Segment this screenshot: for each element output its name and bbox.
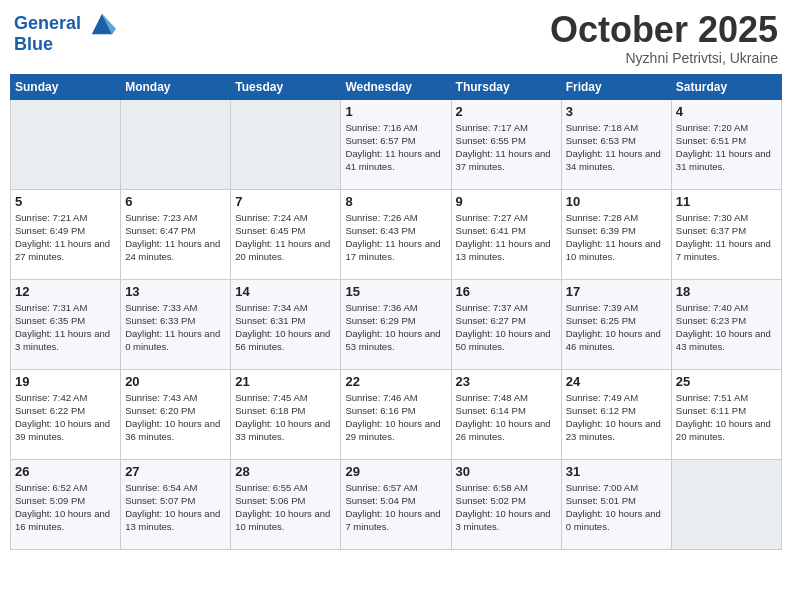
weekday-header-saturday: Saturday — [671, 74, 781, 99]
calendar-cell: 23Sunrise: 7:48 AM Sunset: 6:14 PM Dayli… — [451, 369, 561, 459]
weekday-header-thursday: Thursday — [451, 74, 561, 99]
day-info: Sunrise: 6:57 AM Sunset: 5:04 PM Dayligh… — [345, 481, 446, 534]
day-info: Sunrise: 7:20 AM Sunset: 6:51 PM Dayligh… — [676, 121, 777, 174]
logo: General Blue — [14, 10, 116, 55]
calendar-cell: 30Sunrise: 6:58 AM Sunset: 5:02 PM Dayli… — [451, 459, 561, 549]
day-info: Sunrise: 7:18 AM Sunset: 6:53 PM Dayligh… — [566, 121, 667, 174]
day-number: 9 — [456, 194, 557, 209]
day-number: 4 — [676, 104, 777, 119]
day-info: Sunrise: 7:40 AM Sunset: 6:23 PM Dayligh… — [676, 301, 777, 354]
month-title: October 2025 — [550, 10, 778, 50]
day-info: Sunrise: 6:54 AM Sunset: 5:07 PM Dayligh… — [125, 481, 226, 534]
day-info: Sunrise: 7:34 AM Sunset: 6:31 PM Dayligh… — [235, 301, 336, 354]
calendar-cell: 26Sunrise: 6:52 AM Sunset: 5:09 PM Dayli… — [11, 459, 121, 549]
calendar-cell: 28Sunrise: 6:55 AM Sunset: 5:06 PM Dayli… — [231, 459, 341, 549]
calendar-cell: 20Sunrise: 7:43 AM Sunset: 6:20 PM Dayli… — [121, 369, 231, 459]
calendar-table: SundayMondayTuesdayWednesdayThursdayFrid… — [10, 74, 782, 550]
day-number: 13 — [125, 284, 226, 299]
calendar-cell: 6Sunrise: 7:23 AM Sunset: 6:47 PM Daylig… — [121, 189, 231, 279]
day-info: Sunrise: 7:26 AM Sunset: 6:43 PM Dayligh… — [345, 211, 446, 264]
day-number: 26 — [15, 464, 116, 479]
calendar-cell: 3Sunrise: 7:18 AM Sunset: 6:53 PM Daylig… — [561, 99, 671, 189]
calendar-cell: 17Sunrise: 7:39 AM Sunset: 6:25 PM Dayli… — [561, 279, 671, 369]
calendar-cell — [11, 99, 121, 189]
day-info: Sunrise: 7:45 AM Sunset: 6:18 PM Dayligh… — [235, 391, 336, 444]
day-number: 25 — [676, 374, 777, 389]
calendar-cell — [671, 459, 781, 549]
weekday-header-friday: Friday — [561, 74, 671, 99]
day-info: Sunrise: 7:39 AM Sunset: 6:25 PM Dayligh… — [566, 301, 667, 354]
calendar-cell: 31Sunrise: 7:00 AM Sunset: 5:01 PM Dayli… — [561, 459, 671, 549]
day-number: 31 — [566, 464, 667, 479]
day-info: Sunrise: 7:31 AM Sunset: 6:35 PM Dayligh… — [15, 301, 116, 354]
day-number: 18 — [676, 284, 777, 299]
calendar-cell: 14Sunrise: 7:34 AM Sunset: 6:31 PM Dayli… — [231, 279, 341, 369]
calendar-cell: 21Sunrise: 7:45 AM Sunset: 6:18 PM Dayli… — [231, 369, 341, 459]
calendar-cell: 2Sunrise: 7:17 AM Sunset: 6:55 PM Daylig… — [451, 99, 561, 189]
day-info: Sunrise: 7:51 AM Sunset: 6:11 PM Dayligh… — [676, 391, 777, 444]
location-subtitle: Nyzhni Petrivtsi, Ukraine — [550, 50, 778, 66]
day-number: 6 — [125, 194, 226, 209]
day-info: Sunrise: 7:48 AM Sunset: 6:14 PM Dayligh… — [456, 391, 557, 444]
day-info: Sunrise: 7:24 AM Sunset: 6:45 PM Dayligh… — [235, 211, 336, 264]
day-info: Sunrise: 7:42 AM Sunset: 6:22 PM Dayligh… — [15, 391, 116, 444]
calendar-cell: 27Sunrise: 6:54 AM Sunset: 5:07 PM Dayli… — [121, 459, 231, 549]
calendar-cell: 9Sunrise: 7:27 AM Sunset: 6:41 PM Daylig… — [451, 189, 561, 279]
day-info: Sunrise: 7:21 AM Sunset: 6:49 PM Dayligh… — [15, 211, 116, 264]
day-number: 15 — [345, 284, 446, 299]
calendar-cell: 29Sunrise: 6:57 AM Sunset: 5:04 PM Dayli… — [341, 459, 451, 549]
day-number: 23 — [456, 374, 557, 389]
calendar-cell: 10Sunrise: 7:28 AM Sunset: 6:39 PM Dayli… — [561, 189, 671, 279]
day-number: 20 — [125, 374, 226, 389]
day-number: 16 — [456, 284, 557, 299]
calendar-cell: 24Sunrise: 7:49 AM Sunset: 6:12 PM Dayli… — [561, 369, 671, 459]
day-number: 24 — [566, 374, 667, 389]
day-number: 3 — [566, 104, 667, 119]
day-info: Sunrise: 7:17 AM Sunset: 6:55 PM Dayligh… — [456, 121, 557, 174]
calendar-cell — [121, 99, 231, 189]
day-number: 19 — [15, 374, 116, 389]
calendar-cell: 15Sunrise: 7:36 AM Sunset: 6:29 PM Dayli… — [341, 279, 451, 369]
day-number: 30 — [456, 464, 557, 479]
day-info: Sunrise: 7:36 AM Sunset: 6:29 PM Dayligh… — [345, 301, 446, 354]
day-info: Sunrise: 7:43 AM Sunset: 6:20 PM Dayligh… — [125, 391, 226, 444]
calendar-cell: 5Sunrise: 7:21 AM Sunset: 6:49 PM Daylig… — [11, 189, 121, 279]
day-number: 2 — [456, 104, 557, 119]
day-number: 5 — [15, 194, 116, 209]
day-info: Sunrise: 7:30 AM Sunset: 6:37 PM Dayligh… — [676, 211, 777, 264]
calendar-cell: 13Sunrise: 7:33 AM Sunset: 6:33 PM Dayli… — [121, 279, 231, 369]
day-info: Sunrise: 7:33 AM Sunset: 6:33 PM Dayligh… — [125, 301, 226, 354]
calendar-cell — [231, 99, 341, 189]
day-number: 1 — [345, 104, 446, 119]
day-number: 29 — [345, 464, 446, 479]
calendar-cell: 8Sunrise: 7:26 AM Sunset: 6:43 PM Daylig… — [341, 189, 451, 279]
day-info: Sunrise: 7:49 AM Sunset: 6:12 PM Dayligh… — [566, 391, 667, 444]
day-info: Sunrise: 7:00 AM Sunset: 5:01 PM Dayligh… — [566, 481, 667, 534]
day-info: Sunrise: 6:55 AM Sunset: 5:06 PM Dayligh… — [235, 481, 336, 534]
title-block: October 2025 Nyzhni Petrivtsi, Ukraine — [550, 10, 778, 66]
calendar-cell: 22Sunrise: 7:46 AM Sunset: 6:16 PM Dayli… — [341, 369, 451, 459]
calendar-cell: 16Sunrise: 7:37 AM Sunset: 6:27 PM Dayli… — [451, 279, 561, 369]
weekday-header-wednesday: Wednesday — [341, 74, 451, 99]
day-info: Sunrise: 7:16 AM Sunset: 6:57 PM Dayligh… — [345, 121, 446, 174]
day-number: 17 — [566, 284, 667, 299]
day-info: Sunrise: 7:23 AM Sunset: 6:47 PM Dayligh… — [125, 211, 226, 264]
calendar-cell: 25Sunrise: 7:51 AM Sunset: 6:11 PM Dayli… — [671, 369, 781, 459]
day-number: 27 — [125, 464, 226, 479]
day-number: 11 — [676, 194, 777, 209]
day-info: Sunrise: 7:28 AM Sunset: 6:39 PM Dayligh… — [566, 211, 667, 264]
day-number: 8 — [345, 194, 446, 209]
day-number: 28 — [235, 464, 336, 479]
calendar-cell: 11Sunrise: 7:30 AM Sunset: 6:37 PM Dayli… — [671, 189, 781, 279]
calendar-cell: 1Sunrise: 7:16 AM Sunset: 6:57 PM Daylig… — [341, 99, 451, 189]
calendar-cell: 12Sunrise: 7:31 AM Sunset: 6:35 PM Dayli… — [11, 279, 121, 369]
weekday-header-sunday: Sunday — [11, 74, 121, 99]
day-info: Sunrise: 6:52 AM Sunset: 5:09 PM Dayligh… — [15, 481, 116, 534]
day-info: Sunrise: 7:37 AM Sunset: 6:27 PM Dayligh… — [456, 301, 557, 354]
calendar-cell: 18Sunrise: 7:40 AM Sunset: 6:23 PM Dayli… — [671, 279, 781, 369]
day-number: 14 — [235, 284, 336, 299]
day-number: 12 — [15, 284, 116, 299]
calendar-cell: 4Sunrise: 7:20 AM Sunset: 6:51 PM Daylig… — [671, 99, 781, 189]
weekday-header-tuesday: Tuesday — [231, 74, 341, 99]
day-info: Sunrise: 7:46 AM Sunset: 6:16 PM Dayligh… — [345, 391, 446, 444]
